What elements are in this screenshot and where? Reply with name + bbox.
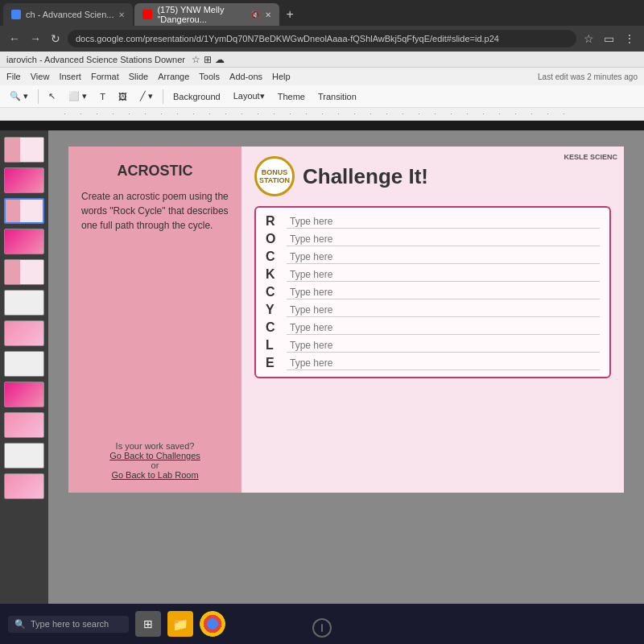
toolbar-theme[interactable]: Theme — [273, 90, 310, 103]
taskbar-folder-icon[interactable]: 📁 — [167, 611, 193, 637]
slide: ACROSTIC Create an acrostic poem using t… — [68, 147, 624, 493]
app-title: iarovich - Advanced Science Stations Dow… — [6, 55, 185, 64]
thumb-1[interactable] — [4, 137, 44, 163]
tab-bar: ch - Advanced Scien... ✕ (175) YNW Melly… — [0, 0, 644, 26]
bonus-station-badge: BONUS STATION — [254, 156, 295, 196]
address-bar[interactable] — [68, 30, 576, 47]
menu-button[interactable]: ⋮ — [621, 32, 638, 45]
input-Y[interactable] — [287, 303, 600, 317]
acrostic-row-O: O — [266, 232, 600, 246]
letter-C2: C — [266, 285, 280, 299]
taskbar-grid-icon[interactable]: ⊞ — [135, 611, 161, 637]
brand-logo: KESLE SCIENC — [564, 153, 617, 162]
taskbar-search[interactable]: 🔍 Type here to search — [8, 616, 129, 633]
cloud-icon: ☁ — [215, 54, 225, 65]
toolbar-background[interactable]: Background — [168, 90, 225, 103]
letter-C1: C — [266, 250, 280, 264]
acrostic-row-C1: C — [266, 250, 600, 264]
menu-view[interactable]: View — [31, 72, 50, 81]
thumb-5[interactable] — [4, 259, 44, 285]
toolbar-shapes[interactable]: ⬜ ▾ — [64, 89, 92, 103]
acrostic-row-Y: Y — [266, 303, 600, 317]
acrostic-row-E: E — [266, 356, 600, 370]
star-icon[interactable]: ☆ — [192, 54, 200, 65]
bookmark-button[interactable]: ☆ — [581, 32, 597, 45]
address-bar-row: ← → ↻ ☆ ▭ ⋮ — [0, 26, 644, 52]
tab-youtube-label: (175) YNW Melly "Dangerou... — [157, 5, 246, 24]
letter-E: E — [266, 356, 280, 370]
slide-left-footer: Is your work saved? Go Back to Challenge… — [68, 441, 242, 480]
tab-slides-label: ch - Advanced Scien... — [26, 10, 114, 19]
power-button[interactable] — [321, 624, 323, 632]
letter-R: R — [266, 214, 280, 229]
search-icon: 🔍 — [14, 619, 26, 630]
input-E[interactable] — [287, 357, 600, 370]
go-back-challenges-link[interactable]: Go Back to Challenges — [68, 451, 242, 460]
thumb-9[interactable] — [4, 382, 44, 407]
toolbar-line[interactable]: ╱ ▾ — [135, 89, 158, 103]
toolbar: 🔍 ▾ ↖ ⬜ ▾ T 🖼 ╱ ▾ Background Layout▾ The… — [0, 85, 644, 108]
slide-left-panel: ACROSTIC Create an acrostic poem using t… — [68, 147, 242, 493]
slides-icon: ⊞ — [204, 54, 212, 65]
menu-help[interactable]: Help — [272, 72, 291, 81]
forward-button[interactable]: → — [27, 32, 43, 45]
acrostic-row-R: R — [266, 214, 600, 229]
thumb-7[interactable] — [4, 320, 44, 346]
thumb-3[interactable] — [4, 198, 44, 224]
input-L[interactable] — [287, 339, 600, 353]
acrostic-row-K: K — [266, 267, 600, 282]
bonus-badge-text: BONUS STATION — [259, 168, 290, 184]
tab-slides[interactable]: ch - Advanced Scien... ✕ — [3, 3, 133, 26]
menu-file[interactable]: File — [6, 72, 21, 81]
thumb-10[interactable] — [4, 412, 44, 438]
input-O[interactable] — [287, 233, 600, 246]
toolbar-layout[interactable]: Layout▾ — [229, 89, 270, 103]
cast-button[interactable]: ▭ — [601, 32, 617, 45]
toolbar-zoom[interactable]: 🔍 ▾ — [5, 89, 33, 103]
tab-add-button[interactable]: + — [281, 7, 298, 22]
browser-chrome: ch - Advanced Scien... ✕ (175) YNW Melly… — [0, 0, 644, 121]
slide-right-header: BONUS STATION Challenge It! — [254, 156, 611, 196]
taskbar-chrome-icon[interactable] — [200, 611, 225, 637]
refresh-button[interactable]: ↻ — [48, 32, 63, 45]
input-C1[interactable] — [287, 250, 600, 264]
thumb-12[interactable] — [4, 473, 44, 499]
menu-arrange[interactable]: Arrange — [158, 72, 189, 81]
menu-insert[interactable]: Insert — [59, 72, 81, 81]
slide-right-panel: KESLE SCIENC BONUS STATION Challenge It!… — [242, 147, 624, 493]
input-K[interactable] — [287, 268, 600, 282]
toolbar-sep-2 — [163, 89, 163, 104]
thumb-11[interactable] — [4, 443, 44, 469]
back-button[interactable]: ← — [6, 32, 23, 45]
slides-tab-icon — [11, 10, 21, 19]
menu-addons[interactable]: Add-ons — [229, 72, 262, 81]
tab-youtube-close[interactable]: 🔇 — [250, 10, 260, 19]
toolbar-transition[interactable]: Transition — [313, 90, 361, 103]
menu-format[interactable]: Format — [91, 72, 119, 81]
input-C2[interactable] — [287, 286, 600, 299]
input-C3[interactable] — [287, 321, 600, 335]
letter-K: K — [266, 267, 280, 282]
toolbar-sep-1 — [38, 89, 39, 104]
toolbar-image[interactable]: 🖼 — [114, 90, 132, 103]
last-edit-text: Last edit was 2 minutes ago — [538, 72, 638, 81]
input-R[interactable] — [287, 215, 600, 229]
app-title-bar: iarovich - Advanced Science Stations Dow… — [0, 52, 644, 68]
thumb-6[interactable] — [4, 290, 44, 316]
thumb-2[interactable] — [4, 167, 44, 193]
slide-thumbnails — [0, 130, 48, 604]
tab-youtube-x[interactable]: ✕ — [265, 10, 271, 19]
challenge-title: Challenge It! — [303, 164, 428, 189]
thumb-8[interactable] — [4, 351, 44, 377]
menu-tools[interactable]: Tools — [199, 72, 220, 81]
go-back-lab-link[interactable]: Go Back to Lab Room — [68, 470, 242, 480]
tab-youtube[interactable]: (175) YNW Melly "Dangerou... 🔇 ✕ — [134, 3, 279, 26]
tab-slides-close[interactable]: ✕ — [118, 10, 125, 19]
letter-L: L — [266, 338, 280, 353]
toolbar-cursor[interactable]: ↖ — [43, 89, 60, 103]
taskbar-search-label: Type here to search — [31, 619, 109, 629]
acrostic-row-L: L — [266, 338, 600, 353]
toolbar-text[interactable]: T — [95, 90, 110, 103]
menu-slide[interactable]: Slide — [129, 72, 148, 81]
thumb-4[interactable] — [4, 229, 44, 254]
